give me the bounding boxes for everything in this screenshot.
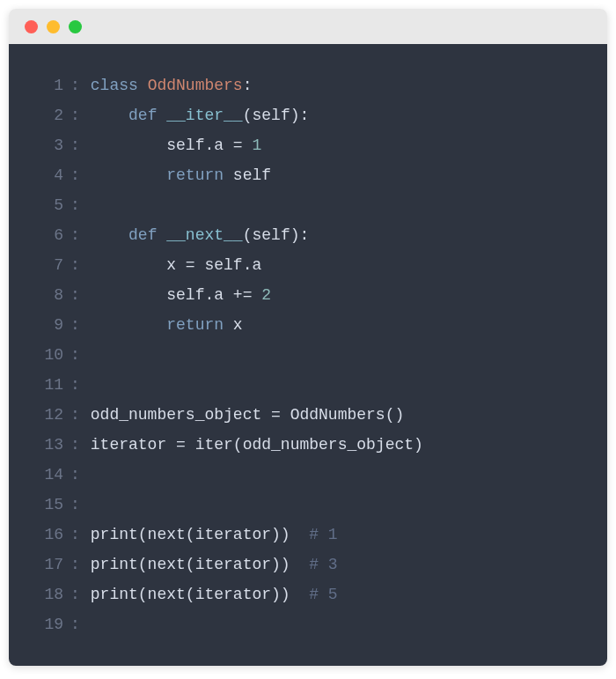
line-content: return self — [91, 160, 271, 190]
token-keyword: def — [128, 226, 166, 244]
line-number: 10 — [26, 340, 70, 370]
window-titlebar — [9, 9, 607, 44]
token-default — [91, 166, 166, 184]
token-classname: OddNumbers — [148, 77, 243, 94]
gutter-separator: : — [70, 520, 91, 550]
code-editor[interactable]: 1:class OddNumbers:2: def __iter__(self)… — [9, 44, 607, 666]
code-container: 1:class OddNumbers:2: def __iter__(self)… — [26, 70, 590, 639]
code-line: 14: — [26, 460, 590, 490]
code-line: 3: self.a = 1 — [26, 130, 590, 160]
code-line: 4: return self — [26, 160, 590, 190]
gutter-separator: : — [70, 190, 91, 220]
token-return: return — [166, 166, 224, 184]
code-line: 19: — [26, 609, 590, 639]
gutter-separator: : — [70, 130, 91, 160]
token-default: self.a = — [91, 137, 253, 154]
line-number: 9 — [26, 310, 70, 340]
gutter-separator: : — [70, 70, 91, 100]
token-default: print(next(iterator)) — [91, 586, 309, 603]
token-func: __next__ — [166, 226, 242, 244]
token-func: __iter__ — [166, 107, 242, 124]
token-default — [91, 316, 166, 334]
minimize-icon[interactable] — [47, 20, 60, 33]
line-number: 14 — [26, 460, 70, 490]
line-number: 3 — [26, 130, 70, 160]
line-number: 6 — [26, 220, 70, 250]
line-content: def __iter__(self): — [91, 100, 309, 130]
line-number: 19 — [26, 609, 70, 639]
line-content: class OddNumbers: — [91, 70, 253, 100]
code-line: 6: def __next__(self): — [26, 220, 590, 250]
close-icon[interactable] — [25, 20, 38, 33]
gutter-separator: : — [70, 490, 91, 520]
line-number: 16 — [26, 520, 70, 550]
line-number: 8 — [26, 280, 70, 310]
line-number: 7 — [26, 250, 70, 280]
token-comment: # 3 — [309, 556, 337, 573]
gutter-separator: : — [70, 310, 91, 340]
token-number: 1 — [252, 137, 261, 154]
line-number: 4 — [26, 160, 70, 190]
line-number: 13 — [26, 430, 70, 460]
line-number: 2 — [26, 100, 70, 130]
line-number: 15 — [26, 490, 70, 520]
token-default: (self): — [243, 107, 310, 124]
line-content: odd_numbers_object = OddNumbers() — [91, 400, 404, 430]
code-line: 12:odd_numbers_object = OddNumbers() — [26, 400, 590, 430]
code-line: 15: — [26, 490, 590, 520]
line-number: 5 — [26, 190, 70, 220]
token-default: x = self.a — [91, 256, 261, 274]
line-number: 1 — [26, 70, 70, 100]
token-default: self.a += — [91, 286, 261, 304]
code-line: 8: self.a += 2 — [26, 280, 590, 310]
token-return: return — [166, 316, 224, 334]
code-line: 18:print(next(iterator)) # 5 — [26, 579, 590, 609]
line-content: print(next(iterator)) # 3 — [91, 550, 338, 579]
gutter-separator: : — [70, 579, 91, 609]
line-number: 11 — [26, 370, 70, 400]
token-keyword: def — [128, 107, 166, 124]
token-comment: # 1 — [309, 526, 337, 543]
gutter-separator: : — [70, 100, 91, 130]
token-number: 2 — [261, 286, 271, 304]
token-default — [91, 107, 128, 124]
code-line: 9: return x — [26, 310, 590, 340]
gutter-separator: : — [70, 340, 91, 370]
token-default: (self): — [243, 226, 310, 244]
token-default: : — [243, 77, 253, 94]
gutter-separator: : — [70, 550, 91, 579]
code-line: 17:print(next(iterator)) # 3 — [26, 550, 590, 579]
line-number: 17 — [26, 550, 70, 579]
line-content: print(next(iterator)) # 5 — [91, 579, 338, 609]
gutter-separator: : — [70, 250, 91, 280]
code-line: 11: — [26, 370, 590, 400]
token-default: self — [224, 166, 271, 184]
code-line: 7: x = self.a — [26, 250, 590, 280]
token-default: iterator = iter(odd_numbers_object) — [91, 436, 423, 454]
gutter-separator: : — [70, 160, 91, 190]
line-content: self.a += 2 — [91, 280, 271, 310]
token-default: print(next(iterator)) — [91, 526, 309, 543]
line-content: def __next__(self): — [91, 220, 309, 250]
code-line: 2: def __iter__(self): — [26, 100, 590, 130]
gutter-separator: : — [70, 430, 91, 460]
line-number: 12 — [26, 400, 70, 430]
code-window: 1:class OddNumbers:2: def __iter__(self)… — [9, 9, 607, 666]
token-default: odd_numbers_object = OddNumbers() — [91, 406, 404, 424]
line-number: 18 — [26, 579, 70, 609]
token-default: print(next(iterator)) — [91, 556, 309, 573]
line-content: return x — [91, 310, 243, 340]
token-default: x — [224, 316, 243, 334]
code-line: 16:print(next(iterator)) # 1 — [26, 520, 590, 550]
line-content: x = self.a — [91, 250, 261, 280]
gutter-separator: : — [70, 460, 91, 490]
code-line: 1:class OddNumbers: — [26, 70, 590, 100]
line-content: print(next(iterator)) # 1 — [91, 520, 338, 550]
code-line: 10: — [26, 340, 590, 370]
line-content: self.a = 1 — [91, 130, 261, 160]
token-default — [91, 226, 128, 244]
maximize-icon[interactable] — [69, 20, 82, 33]
gutter-separator: : — [70, 400, 91, 430]
token-keyword: class — [91, 77, 148, 94]
gutter-separator: : — [70, 220, 91, 250]
